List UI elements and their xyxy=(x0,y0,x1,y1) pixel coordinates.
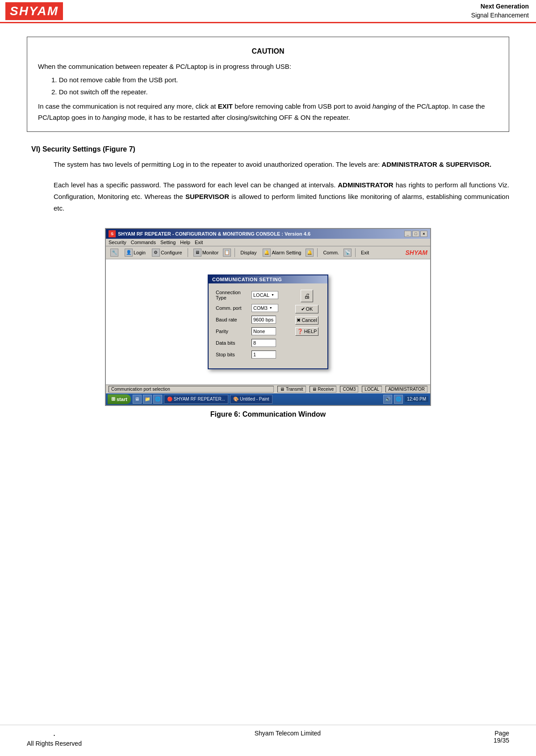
cancel-icon: ✖ xyxy=(297,317,301,323)
comm-port-row: Comm. port COM3 xyxy=(216,304,289,312)
taskbar-app-paint[interactable]: 🎨 Untitled - Paint xyxy=(230,395,272,404)
footer: · All Rights Reserved Shyam Telecom Limi… xyxy=(0,725,536,747)
toolbar-login-label: Login xyxy=(134,250,146,255)
comm-port-select[interactable]: COM3 xyxy=(251,304,278,312)
footer-page-label: Page xyxy=(494,730,509,737)
toolbar-configure-label: Configure xyxy=(161,250,182,255)
toolbar-comm[interactable]: Comm. xyxy=(321,249,340,256)
para2-bold1: ADMINISTRATOR xyxy=(338,181,393,189)
logo-text: SHYAM xyxy=(10,4,59,18)
dialog-buttons-area: 🖨 ✔ OK ✖ Cancel ❓ HELP xyxy=(293,290,320,362)
para1-bold: ADMINISTRATOR & SUPERVISOR. xyxy=(381,160,491,168)
toolbar-shyam-logo: SHYAM xyxy=(405,249,427,256)
menu-setting[interactable]: Setting xyxy=(160,240,176,245)
app-title-bar: S SHYAM RF REPEATER - CONFIGURATION & MO… xyxy=(106,229,430,239)
conn-icon: 🖨 xyxy=(301,290,313,302)
conn-type-row: Connection Type LOCAL xyxy=(216,290,289,300)
toolbar-icon1[interactable]: 🔧 xyxy=(109,248,120,258)
status-transmit: 🖥 Transmit xyxy=(277,386,306,393)
screenshot-container: S SHYAM RF REPEATER - CONFIGURATION & MO… xyxy=(105,228,431,406)
parity-label: Parity xyxy=(216,329,248,334)
header-right: Next Generation Signal Enhancement xyxy=(471,2,529,20)
taskbar-quick-launch: 🖥 📁 🌐 xyxy=(133,395,162,404)
admin-value: ADMINISTRATOR xyxy=(388,387,425,392)
taskbar-right: 🔊 🌐 12:40 PM xyxy=(383,395,428,404)
caution-title: CAUTION xyxy=(38,45,498,57)
local-value: LOCAL xyxy=(364,387,379,392)
menu-exit[interactable]: Exit xyxy=(195,240,203,245)
cancel-label: Cancel xyxy=(302,317,317,323)
toolbar-exit[interactable]: Exit xyxy=(359,249,371,256)
footer-rights: All Rights Reserved xyxy=(27,740,82,747)
main-content: CAUTION When the communication between r… xyxy=(0,23,536,432)
quick-icon-2[interactable]: 📁 xyxy=(143,395,152,404)
data-bits-value: 8 xyxy=(251,339,276,347)
quick-icon-3[interactable]: 🌐 xyxy=(153,395,162,404)
para2: Each level has a specific password. The … xyxy=(54,179,509,215)
dialog-title: COMMUNICATION SETTING xyxy=(209,275,327,283)
toolbar-alarm-icon2[interactable]: 🔔 xyxy=(306,249,314,257)
footer-right: Page 19/35 xyxy=(494,730,509,747)
window-buttons[interactable]: _ □ × xyxy=(404,231,427,237)
toolbar-configure[interactable]: ⚙ Configure xyxy=(150,248,184,258)
toolbar-alarm[interactable]: 🔔 Alarm Setting xyxy=(261,248,303,258)
toolbar-login[interactable]: 👤 Login xyxy=(123,248,147,258)
ok-button[interactable]: ✔ OK xyxy=(295,305,318,313)
minimize-button[interactable]: _ xyxy=(404,231,411,237)
tool-icon1: 🔧 xyxy=(110,249,118,257)
quick-icon-1[interactable]: 🖥 xyxy=(133,395,142,404)
header: SHYAM Next Generation Signal Enhancement xyxy=(0,0,536,23)
conn-type-select[interactable]: LOCAL xyxy=(251,291,278,299)
taskbar-app-repeater[interactable]: 🔴 SHYAM RF REPEATER... xyxy=(164,395,228,404)
app-paint-icon: 🎨 xyxy=(233,397,239,401)
help-button[interactable]: ❓ HELP xyxy=(295,327,318,336)
footer-left: · All Rights Reserved xyxy=(27,730,82,747)
toolbar: 🔧 👤 Login ⚙ Configure 🖥 Monitor 📋 xyxy=(106,246,430,259)
taskbar-time: 12:40 PM xyxy=(405,396,428,402)
sys-tray-icon2[interactable]: 🌐 xyxy=(394,395,403,404)
screenshot-wrapper: S SHYAM RF REPEATER - CONFIGURATION & MO… xyxy=(27,228,509,418)
menu-bar: Security Commands Setting Help Exit xyxy=(106,239,430,246)
cancel-button[interactable]: ✖ Cancel xyxy=(295,316,318,325)
conn-type-value: LOCAL xyxy=(253,292,269,298)
ok-label: OK xyxy=(306,306,313,312)
caution-note-mid: before removing cable from USB port to a… xyxy=(233,102,373,110)
configure-icon: ⚙ xyxy=(152,249,160,257)
taskbar: ⊞ start 🖥 📁 🌐 🔴 SHYAM RF REPEATER... 🎨 U… xyxy=(106,393,430,405)
toolbar-display[interactable]: Display xyxy=(239,249,258,256)
caution-list: 1. Do not remove cable from the USB port… xyxy=(51,74,498,98)
caution-item-1: 1. Do not remove cable from the USB port… xyxy=(51,74,498,86)
transmit-icon: 🖥 xyxy=(280,387,285,392)
start-button[interactable]: ⊞ start xyxy=(108,394,131,404)
caution-note: In case the communication is not require… xyxy=(38,101,498,123)
caution-note-end2: mode, it has to be restarted after closi… xyxy=(126,114,350,121)
comm-port-label: Comm. port xyxy=(216,305,248,311)
toolbar-display-label: Display xyxy=(240,250,256,255)
footer-company: Shyam Telecom Limited xyxy=(255,730,321,737)
parity-row: Parity None xyxy=(216,327,289,335)
sys-tray-icon1[interactable]: 🔊 xyxy=(383,395,392,404)
footer-center: Shyam Telecom Limited xyxy=(255,730,321,747)
maximize-button[interactable]: □ xyxy=(412,231,419,237)
toolbar-comm-icon[interactable]: 📡 xyxy=(343,249,352,257)
conn-type-label: Connection Type xyxy=(216,290,248,300)
toolbar-monitor[interactable]: 🖥 Monitor xyxy=(192,248,221,258)
status-bar: Communication port selection 🖥 Transmit … xyxy=(106,384,430,393)
menu-commands[interactable]: Commands xyxy=(131,240,156,245)
caution-hanging2-italic: hanging xyxy=(102,114,126,121)
menu-security[interactable]: Security xyxy=(109,240,126,245)
toolbar-extra-icon[interactable]: 📋 xyxy=(223,249,231,257)
close-button[interactable]: × xyxy=(420,231,427,237)
login-icon: 👤 xyxy=(125,249,133,257)
status-com: COM3 xyxy=(340,386,358,393)
baud-rate-value: 9600 bps xyxy=(251,316,276,324)
comm-port-value: COM3 xyxy=(253,305,268,311)
receive-icon: 🖥 xyxy=(312,387,317,392)
toolbar-monitor-label: Monitor xyxy=(202,250,219,255)
app-title-text: SHYAM RF REPEATER - CONFIGURATION & MONI… xyxy=(118,231,310,237)
caution-item-2: 2. Do not switch off the repeater. xyxy=(51,86,498,98)
menu-help[interactable]: Help xyxy=(180,240,190,245)
toolbar-sep3 xyxy=(317,248,318,257)
status-main-text: Communication port selection xyxy=(111,387,170,392)
com-value: COM3 xyxy=(343,387,356,392)
